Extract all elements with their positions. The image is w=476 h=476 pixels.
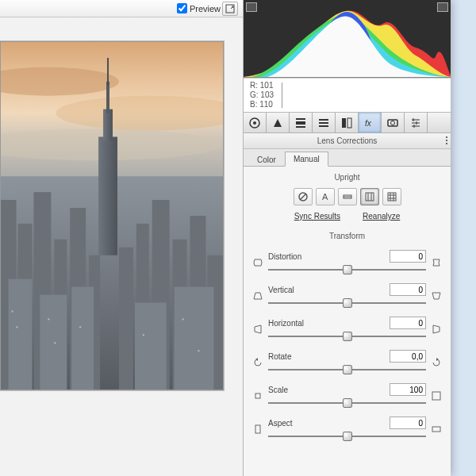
distortion-row: Distortion [251,247,443,275]
vertical-pos-icon [430,290,443,302]
horizontal-neg-icon [251,323,264,336]
svg-rect-41 [319,119,328,121]
distortion-slider[interactable] [268,264,426,275]
detail-tab[interactable] [290,113,313,132]
panel-body: Upright A Sync Results Reanalyze Transfo… [244,167,451,476]
svg-rect-30 [54,342,56,344]
svg-text:fx: fx [365,119,372,128]
svg-rect-57 [388,193,396,201]
preview-label: Preview [190,4,221,13]
upright-level-button[interactable] [338,188,357,205]
rotate-ccw-icon [251,356,264,369]
panel-menu-icon[interactable] [446,136,447,146]
shadow-clip-indicator[interactable] [246,2,257,12]
svg-rect-18 [9,279,33,390]
aspect-label: Aspect [268,419,293,428]
svg-rect-54 [366,193,374,201]
effects-tab[interactable] [382,113,405,132]
preview-checkbox[interactable] [177,3,187,13]
adjustments-pane: R: 101 G: 103 B: 110 fx Lens Corrections… [243,0,451,476]
svg-rect-43 [319,125,328,127]
tab-color[interactable]: Color [248,152,285,167]
horizontal-value[interactable] [390,317,426,329]
svg-rect-20 [71,287,94,390]
b-value: B: 110 [250,100,274,109]
highlight-clip-indicator[interactable] [437,2,448,12]
svg-rect-25 [106,82,109,113]
vertical-slider[interactable] [268,298,426,309]
preview-pane: Preview [0,0,243,476]
panel-title: Lens Corrections [317,136,378,145]
svg-rect-45 [347,118,351,128]
tab-manual[interactable]: Manual [285,152,328,167]
upright-links: Sync Results Reanalyze [251,212,443,221]
basic-tab[interactable] [244,113,267,132]
svg-rect-12 [119,248,133,390]
rotate-slider[interactable] [268,364,426,375]
upright-full-button[interactable] [382,188,401,205]
svg-rect-33 [182,318,184,320]
vertical-label: Vertical [268,286,294,294]
svg-rect-34 [198,350,200,351]
rotate-value[interactable] [390,350,426,363]
aspect-row: Aspect [251,413,443,442]
split-tone-tab[interactable] [336,113,359,132]
hsl-tab[interactable] [313,113,336,132]
histogram[interactable] [244,0,451,78]
scale-value[interactable] [390,383,426,396]
vertical-value[interactable] [390,283,426,296]
upright-vertical-button[interactable] [360,188,379,205]
svg-rect-61 [432,427,440,432]
panel-title-bar: Lens Corrections [244,133,451,149]
rgb-info: R: 101 G: 103 B: 110 [244,78,451,113]
sync-results-link[interactable]: Sync Results [294,212,340,221]
distortion-label: Distortion [268,252,301,261]
preview-image[interactable] [0,41,224,390]
upright-buttons: A [251,188,443,205]
pincushion-icon [430,256,443,269]
horizontal-row: Horizontal [251,313,443,342]
aspect-wide-icon [430,423,443,436]
svg-rect-44 [342,118,346,128]
scale-down-icon [251,390,264,402]
rotate-label: Rotate [268,352,291,361]
svg-rect-39 [296,118,305,120]
svg-rect-38 [296,121,305,125]
transform-label: Transform [251,232,443,240]
transform-group: Distortion Vertical Hori [251,247,443,442]
upright-auto-button[interactable]: A [316,188,335,205]
svg-point-48 [391,121,395,125]
aspect-value[interactable] [390,416,426,429]
upright-label: Upright [251,173,443,182]
svg-line-50 [300,194,306,200]
barrel-icon [251,256,264,269]
svg-point-37 [253,121,256,125]
divider [282,83,282,108]
svg-rect-24 [103,109,113,141]
horizontal-slider[interactable] [268,331,426,342]
scale-slider[interactable] [268,397,426,409]
svg-rect-19 [40,295,67,390]
distortion-value[interactable] [390,250,426,263]
fullscreen-button[interactable] [222,2,238,16]
lens-corrections-tab[interactable]: fx [359,113,382,132]
calibration-tab[interactable] [405,113,428,132]
scale-label: Scale [268,386,288,394]
app-window: Preview [0,0,451,476]
tone-curve-tab[interactable] [267,113,290,132]
sub-tabs: Color Manual [244,149,451,167]
preview-toggle[interactable]: Preview [177,3,221,13]
aspect-slider[interactable] [268,431,426,442]
svg-rect-40 [296,126,305,128]
upright-off-button[interactable] [294,188,313,205]
rotate-row: Rotate [251,347,443,375]
svg-rect-23 [98,136,117,255]
svg-rect-29 [48,318,49,320]
svg-rect-28 [17,326,18,328]
rotate-cw-icon [430,356,443,369]
scale-up-icon [430,390,443,402]
svg-rect-22 [175,287,214,390]
vertical-neg-icon [251,290,264,302]
reanalyze-link[interactable]: Reanalyze [363,212,400,221]
svg-rect-59 [432,392,440,400]
